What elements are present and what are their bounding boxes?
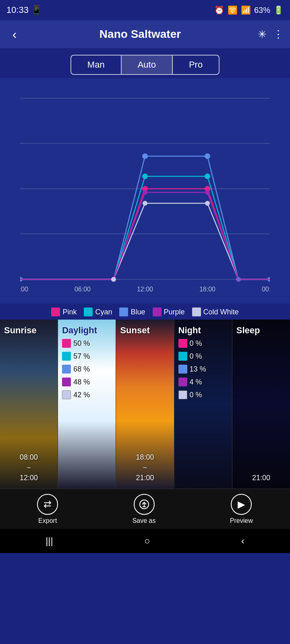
system-nav: ||| ○ ‹ — [0, 529, 290, 553]
sleep-title: Sleep — [236, 325, 286, 336]
night-title: Night — [178, 325, 228, 336]
sleep-overlay: Sleep 21:00 — [232, 320, 290, 489]
tab-auto[interactable]: Auto — [122, 56, 173, 74]
export-icon: ⇄ — [37, 494, 58, 515]
svg-point-28 — [143, 201, 147, 206]
preview-icon: ▶ — [231, 494, 252, 515]
preview-button[interactable]: ▶ Preview — [230, 494, 253, 524]
daylight-purple-pct: 48 % — [73, 378, 90, 386]
legend-blue-label: Blue — [130, 308, 145, 316]
legend-cyan-label: Cyan — [95, 308, 112, 316]
night-blue-swatch — [178, 365, 187, 374]
daylight-pink-swatch — [62, 339, 71, 348]
chart-legend: Pink Cyan Blue Purple Cold White — [0, 303, 290, 320]
daylight-cyan-swatch — [62, 352, 71, 361]
status-bar: 10:33 📱 ⏰ 🛜 📶 63% 🔋 — [0, 0, 290, 20]
segment-sunrise[interactable]: Sunrise 08:00~12:00 — [0, 320, 58, 489]
back-button[interactable]: ‹ — [6, 27, 23, 42]
svg-point-25 — [205, 173, 210, 179]
sunset-title: Sunset — [120, 325, 170, 336]
daylight-title: Daylight — [62, 325, 112, 336]
back-nav-button[interactable]: ‹ — [241, 535, 244, 547]
night-overlay: Night 0 % 0 % 13 % 4 % — [174, 320, 232, 489]
daylight-cyan-pct: 57 % — [73, 352, 90, 361]
night-cw-swatch — [178, 390, 187, 399]
battery-icon: 🔋 — [273, 5, 284, 15]
night-values: 0 % 0 % 13 % 4 % 0 % — [178, 339, 228, 399]
wifi-icon: 🛜 — [228, 5, 238, 15]
bluetooth-icon[interactable]: ✳ — [258, 28, 267, 41]
segment-sleep[interactable]: Sleep 21:00 — [232, 320, 290, 489]
legend-purple-label: Purple — [164, 308, 185, 316]
svg-point-21 — [205, 153, 210, 159]
export-label: Export — [38, 517, 57, 524]
daylight-cw-swatch — [62, 390, 71, 399]
status-right: ⏰ 🛜 📶 63% 🔋 — [214, 5, 284, 15]
save-as-button[interactable]: Save as — [133, 494, 156, 524]
blue-swatch — [119, 308, 128, 316]
svg-point-31 — [205, 190, 210, 195]
night-purple-row: 4 % — [178, 378, 228, 386]
signal-icon: 📶 — [241, 5, 251, 15]
night-pink-swatch — [178, 339, 187, 348]
segment-night[interactable]: Night 0 % 0 % 13 % 4 % — [174, 320, 232, 489]
daylight-pink-pct: 50 % — [73, 339, 90, 348]
svg-point-30 — [143, 190, 147, 195]
daylight-purple-row: 48 % — [62, 378, 112, 386]
svg-point-29 — [205, 201, 210, 206]
coldwhite-swatch — [192, 308, 201, 316]
legend-pink-label: Pink — [62, 308, 77, 316]
tab-pro[interactable]: Pro — [173, 56, 219, 74]
save-as-label: Save as — [133, 517, 156, 524]
home-button[interactable]: ○ — [144, 535, 150, 547]
night-purple-swatch — [178, 378, 187, 386]
preview-label: Preview — [230, 517, 253, 524]
cyan-swatch — [84, 308, 93, 316]
daylight-values: 50 % 57 % 68 % 48 % 42 % — [62, 339, 112, 399]
sim-icon: 📱 — [31, 5, 42, 15]
purple-swatch — [153, 308, 162, 316]
night-blue-pct: 13 % — [190, 365, 206, 374]
sunset-overlay: Sunset 18:00~21:00 — [116, 320, 174, 489]
legend-coldwhite: Cold White — [192, 308, 239, 316]
svg-text:12:00: 12:00 — [137, 286, 153, 293]
legend-purple: Purple — [153, 308, 185, 316]
daylight-purple-swatch — [62, 378, 71, 386]
night-purple-pct: 4 % — [190, 378, 202, 386]
legend-blue: Blue — [119, 308, 145, 316]
night-cyan-pct: 0 % — [190, 352, 202, 361]
mode-selector: Man Auto Pro — [0, 48, 290, 78]
night-pink-pct: 0 % — [190, 339, 202, 348]
export-button[interactable]: ⇄ Export — [37, 494, 58, 524]
svg-text:06:00: 06:00 — [75, 286, 91, 293]
svg-point-34 — [236, 277, 241, 282]
segment-sunset[interactable]: Sunset 18:00~21:00 — [116, 320, 174, 489]
save-as-icon — [134, 494, 155, 515]
nav-icons: ✳ ⋮ — [258, 28, 284, 41]
recent-apps-button[interactable]: ||| — [46, 535, 53, 547]
actions-bar: ⇄ Export Save as ▶ Preview — [0, 489, 290, 529]
night-cw-pct: 0 % — [190, 391, 202, 399]
sleep-time: 21:00 — [236, 473, 286, 483]
chart-container: 100 100 75 75 50 50 25 25 0 0 00:00 06:0… — [0, 78, 290, 303]
svg-point-20 — [142, 153, 148, 159]
daylight-blue-pct: 68 % — [73, 365, 90, 374]
svg-text:00:00: 00:00 — [262, 286, 270, 293]
sunrise-time: 08:00~12:00 — [4, 452, 54, 483]
daylight-pink-row: 50 % — [62, 339, 112, 348]
more-options-icon[interactable]: ⋮ — [273, 28, 284, 41]
daylight-blue-swatch — [62, 365, 71, 374]
segment-daylight[interactable]: Daylight 50 % 57 % 68 % 48 % — [58, 320, 116, 489]
segments-row: Sunrise 08:00~12:00 Daylight 50 % 57 % — [0, 320, 290, 489]
daylight-cw-pct: 42 % — [73, 391, 90, 399]
svg-point-32 — [111, 277, 116, 282]
tab-man[interactable]: Man — [71, 56, 122, 74]
light-chart[interactable]: 100 100 75 75 50 50 25 25 0 0 00:00 06:0… — [20, 78, 270, 303]
night-cw-row: 0 % — [178, 390, 228, 399]
night-blue-row: 13 % — [178, 365, 228, 374]
sunrise-overlay: Sunrise 08:00~12:00 — [0, 320, 58, 489]
night-cyan-swatch — [178, 352, 187, 361]
daylight-blue-row: 68 % — [62, 365, 112, 374]
night-cyan-row: 0 % — [178, 352, 228, 361]
status-time: 10:33 — [6, 5, 29, 15]
